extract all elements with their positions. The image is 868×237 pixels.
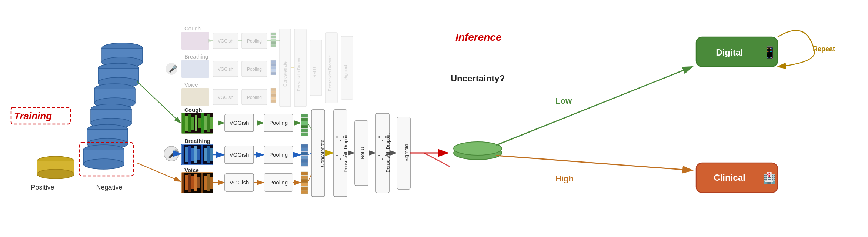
svg-rect-145: [301, 118, 308, 121]
svg-rect-55: [271, 91, 276, 94]
svg-point-173: [336, 155, 338, 156]
svg-rect-67: [341, 36, 353, 99]
svg-rect-161: [301, 190, 308, 194]
low-label: Low: [555, 96, 572, 106]
svg-rect-117: [210, 177, 213, 189]
svg-text:Pooling: Pooling: [247, 95, 262, 100]
svg-rect-180: [376, 113, 389, 193]
svg-rect-112: [194, 174, 197, 191]
svg-rect-54: [271, 88, 276, 91]
svg-rect-20: [37, 161, 74, 174]
svg-rect-100: [194, 146, 197, 163]
svg-line-165: [308, 153, 311, 155]
clinical-label: Clinical: [714, 173, 745, 183]
svg-rect-16: [83, 150, 124, 164]
svg-rect-85: [185, 116, 188, 131]
svg-point-2: [102, 57, 143, 67]
svg-text:Pooling: Pooling: [269, 120, 288, 126]
svg-rect-1: [102, 48, 143, 62]
svg-rect-53: [271, 72, 276, 75]
svg-rect-115: [204, 176, 207, 190]
svg-rect-152: [301, 152, 308, 155]
svg-rect-106: [181, 173, 213, 193]
inference-label: Inference: [455, 31, 502, 43]
svg-rect-159: [301, 183, 308, 186]
svg-rect-177: [355, 121, 368, 186]
svg-text:Voice: Voice: [184, 81, 198, 88]
svg-rect-104: [207, 146, 210, 163]
svg-text:Concatenate: Concatenate: [320, 140, 325, 167]
svg-rect-38: [242, 33, 267, 49]
svg-point-8: [94, 98, 135, 108]
svg-rect-99: [191, 148, 194, 161]
svg-rect-102: [201, 145, 203, 164]
svg-rect-89: [198, 118, 201, 128]
svg-text:VGGish: VGGish: [230, 120, 249, 126]
svg-text:ReLU: ReLU: [360, 147, 365, 159]
svg-rect-57: [271, 97, 276, 100]
svg-rect-144: [301, 114, 308, 117]
cough-label-main: Cough: [184, 107, 202, 113]
svg-point-183: [382, 140, 383, 141]
svg-point-185: [378, 155, 380, 156]
svg-text:VGGish: VGGish: [218, 67, 233, 72]
svg-rect-107: [182, 173, 213, 193]
svg-text:VGGish: VGGish: [230, 151, 249, 158]
svg-rect-92: [207, 114, 210, 132]
svg-rect-168: [334, 110, 347, 197]
svg-rect-95: [182, 145, 213, 164]
svg-point-19: [37, 156, 74, 166]
negative-label: Negative: [96, 184, 122, 191]
svg-point-182: [378, 136, 380, 138]
svg-text:Dense with Dropout: Dense with Dropout: [385, 133, 391, 173]
svg-point-30: [166, 63, 177, 75]
svg-point-170: [336, 136, 338, 138]
svg-rect-135: [264, 114, 293, 132]
svg-rect-146: [301, 121, 308, 125]
svg-rect-91: [204, 116, 207, 130]
svg-rect-114: [201, 173, 203, 193]
svg-rect-29: [181, 88, 209, 106]
svg-rect-108: [182, 173, 184, 193]
svg-text:Dense with Dropout: Dense with Dropout: [297, 56, 301, 91]
svg-text:Breathing: Breathing: [184, 53, 208, 60]
uncertainty-label: Uncertainty?: [451, 73, 505, 83]
svg-text:Sigmoid: Sigmoid: [404, 144, 409, 162]
svg-rect-111: [191, 176, 194, 189]
svg-rect-42: [242, 89, 267, 105]
svg-point-175: [343, 155, 344, 156]
voice-label-main: Voice: [184, 167, 199, 173]
svg-rect-105: [210, 148, 213, 161]
svg-rect-98: [188, 146, 191, 164]
svg-rect-160: [301, 187, 308, 190]
svg-text:Pooling: Pooling: [247, 67, 262, 72]
svg-rect-155: [301, 163, 308, 166]
svg-rect-156: [301, 172, 308, 175]
svg-rect-86: [188, 114, 191, 132]
svg-rect-52: [271, 69, 276, 72]
svg-rect-48: [271, 44, 276, 47]
svg-point-172: [343, 136, 344, 138]
svg-rect-96: [182, 145, 184, 164]
svg-rect-97: [185, 147, 188, 162]
diagram-svg: Training Positive Negative Cough Breathi…: [0, 0, 868, 237]
svg-rect-83: [182, 113, 213, 133]
svg-point-17: [83, 159, 124, 169]
svg-rect-139: [264, 174, 293, 191]
svg-line-166: [308, 174, 311, 183]
svg-text:VGGish: VGGish: [218, 39, 233, 44]
svg-point-9: [91, 104, 131, 114]
svg-rect-63: [310, 40, 322, 96]
svg-rect-36: [213, 89, 238, 105]
breathing-label-main: Breathing: [184, 138, 210, 144]
svg-rect-199: [696, 163, 778, 193]
svg-rect-157: [301, 176, 308, 179]
svg-rect-7: [94, 89, 135, 103]
svg-text:🎤: 🎤: [168, 149, 178, 159]
svg-point-194: [454, 142, 502, 155]
svg-point-187: [385, 155, 387, 156]
svg-rect-50: [271, 63, 276, 66]
svg-point-186: [382, 158, 383, 160]
svg-rect-128: [225, 146, 254, 164]
positive-label: Positive: [31, 184, 54, 191]
